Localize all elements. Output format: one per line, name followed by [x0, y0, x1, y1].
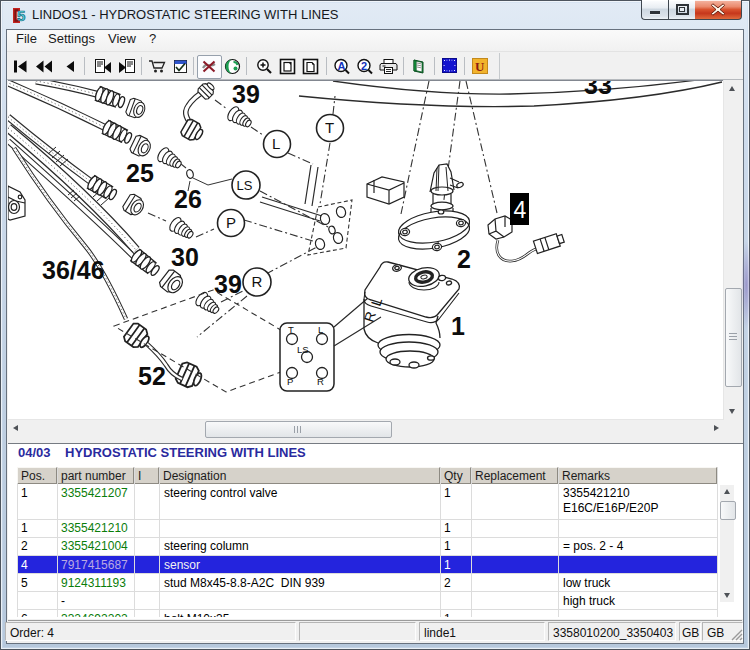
svg-text:2: 2 [361, 60, 367, 72]
svg-text:LS: LS [297, 344, 309, 355]
svg-text:P: P [226, 214, 236, 231]
svg-text:A: A [338, 60, 346, 72]
svg-text:39: 39 [214, 270, 242, 298]
svg-text:36/46: 36/46 [42, 256, 105, 284]
svg-text:33: 33 [584, 81, 612, 99]
svg-text:L: L [318, 324, 323, 335]
svg-text:P: P [287, 376, 293, 387]
svg-text:T: T [288, 324, 294, 335]
svg-text:39: 39 [232, 81, 260, 108]
svg-text:L: L [272, 135, 280, 152]
svg-text:LS: LS [237, 178, 253, 193]
svg-text:R: R [317, 376, 324, 387]
svg-text:26: 26 [174, 185, 202, 213]
svg-text:25: 25 [126, 159, 154, 187]
svg-text:R: R [252, 273, 263, 290]
svg-text:30: 30 [171, 243, 199, 271]
svg-text:1: 1 [451, 312, 465, 340]
svg-text:T: T [325, 119, 334, 136]
svg-text:2: 2 [457, 245, 471, 273]
svg-text:4: 4 [514, 197, 527, 223]
svg-text:5: 5 [17, 7, 25, 24]
svg-text:U: U [475, 59, 485, 74]
svg-text:52: 52 [138, 362, 166, 390]
